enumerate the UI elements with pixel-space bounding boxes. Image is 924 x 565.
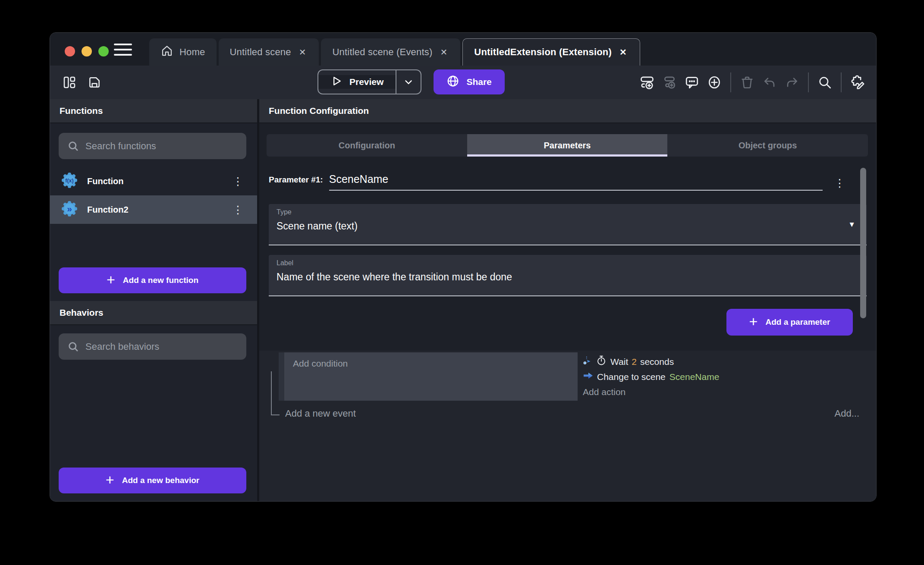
wait-value: 2 bbox=[632, 357, 637, 367]
add-action-button[interactable]: Add action bbox=[583, 384, 719, 399]
behaviors-header: Behaviors bbox=[50, 301, 257, 325]
function-gear-icon: f(x) bbox=[60, 171, 79, 191]
add-function-label: Add a new function bbox=[123, 276, 198, 285]
event-drag-handle[interactable] bbox=[279, 352, 284, 401]
tab-home[interactable]: Home bbox=[149, 38, 217, 66]
search-functions-input[interactable] bbox=[85, 141, 246, 152]
titlebar: Home Untitled scene ✕ Untitled scene (Ev… bbox=[50, 33, 876, 66]
add-parameter-label: Add a parameter bbox=[765, 317, 830, 327]
search-icon bbox=[67, 140, 79, 152]
content-area: Functions bbox=[50, 99, 876, 502]
context-menu-icon[interactable]: ⋮ bbox=[229, 174, 247, 188]
maximize-window-button[interactable] bbox=[98, 46, 109, 56]
label-value: Name of the scene where the transition m… bbox=[277, 271, 859, 283]
function-configuration-header: Function Configuration bbox=[259, 99, 876, 123]
add-action-label: Add action bbox=[583, 387, 625, 397]
toolbar: Preview Share bbox=[50, 66, 876, 99]
plus-icon: + bbox=[106, 471, 114, 488]
undo-icon[interactable] bbox=[760, 72, 779, 92]
context-menu-icon[interactable]: ⋮ bbox=[229, 203, 247, 217]
add-function-button[interactable]: + Add a new function bbox=[59, 267, 246, 293]
configuration-tabs: Configuration Parameters Object groups bbox=[267, 134, 868, 157]
action-change-scene[interactable]: Change to scene SceneName bbox=[583, 369, 719, 384]
minimize-window-button[interactable] bbox=[82, 46, 92, 56]
toolbar-separator bbox=[808, 72, 809, 92]
tab-parameters[interactable]: Parameters bbox=[467, 134, 668, 157]
tab-bar: Home Untitled scene ✕ Untitled scene (Ev… bbox=[149, 38, 642, 66]
add-circle-icon[interactable] bbox=[704, 72, 724, 92]
type-label: Type bbox=[277, 208, 859, 216]
search-behaviors-input[interactable] bbox=[85, 341, 246, 352]
tab-untitled-scene[interactable]: Untitled scene ✕ bbox=[219, 38, 319, 66]
toolbar-left bbox=[60, 72, 104, 92]
open-project-manager-icon[interactable] bbox=[60, 72, 79, 92]
save-icon[interactable] bbox=[85, 72, 104, 92]
conditions-column[interactable]: Add condition bbox=[284, 352, 578, 401]
toolbar-separator bbox=[841, 72, 842, 92]
search-functions-box bbox=[59, 133, 246, 159]
add-comment-icon[interactable] bbox=[682, 72, 702, 92]
behaviors-title: Behaviors bbox=[60, 308, 104, 318]
share-button[interactable]: Share bbox=[434, 69, 504, 94]
close-icon[interactable]: ✕ bbox=[297, 46, 308, 58]
function2-list-item[interactable]: » Function2 ⋮ bbox=[50, 195, 257, 224]
parameter-name-value: SceneName bbox=[329, 173, 389, 185]
parameter-number-label: Parameter #1: bbox=[269, 175, 323, 191]
function-configuration-title: Function Configuration bbox=[269, 106, 369, 116]
action-wait[interactable]: Wait 2 seconds bbox=[583, 354, 719, 369]
parameter-name-field[interactable]: SceneName bbox=[329, 173, 823, 191]
tab-configuration[interactable]: Configuration bbox=[267, 134, 467, 157]
window-controls bbox=[65, 46, 109, 56]
tab-untitled-extension[interactable]: UntitledExtension (Extension) ✕ bbox=[462, 38, 640, 66]
preview-button[interactable]: Preview bbox=[317, 69, 421, 94]
tab-label: Object groups bbox=[739, 141, 797, 151]
sidebar: Functions bbox=[50, 99, 257, 502]
preview-label: Preview bbox=[349, 77, 383, 87]
close-icon[interactable]: ✕ bbox=[439, 46, 449, 58]
search-behaviors-box bbox=[59, 333, 246, 360]
tab-label: Untitled scene bbox=[230, 47, 291, 58]
tab-label: Parameters bbox=[544, 141, 591, 151]
share-label: Share bbox=[466, 77, 491, 87]
add-subevent-icon[interactable] bbox=[660, 72, 679, 92]
add-new-event-button[interactable]: Add a new event bbox=[285, 408, 356, 419]
functions-header: Functions bbox=[50, 99, 257, 123]
add-behavior-button[interactable]: + Add a new behavior bbox=[59, 468, 246, 493]
main-panel: Function Configuration Configuration Par… bbox=[259, 99, 876, 502]
play-icon bbox=[330, 75, 343, 89]
preview-options-button[interactable] bbox=[396, 76, 421, 88]
preview-main[interactable]: Preview bbox=[318, 75, 396, 89]
tab-label: UntitledExtension (Extension) bbox=[474, 47, 612, 58]
close-icon[interactable]: ✕ bbox=[618, 46, 629, 58]
main-menu-icon[interactable] bbox=[114, 44, 132, 56]
search-icon[interactable] bbox=[815, 72, 835, 92]
scrollbar-thumb[interactable] bbox=[860, 168, 866, 318]
add-condition-button[interactable]: Add condition bbox=[293, 358, 348, 368]
add-parameter-button[interactable]: + Add a parameter bbox=[726, 309, 853, 336]
label-label: Label bbox=[277, 259, 859, 267]
redo-icon[interactable] bbox=[782, 72, 802, 92]
function-label: Function bbox=[87, 176, 229, 186]
edit-extension-icon[interactable] bbox=[848, 72, 867, 92]
tab-label: Configuration bbox=[339, 141, 395, 151]
tab-object-groups[interactable]: Object groups bbox=[667, 134, 868, 157]
add-event-icon[interactable] bbox=[637, 72, 657, 92]
parameter-menu-icon[interactable]: ⋮ bbox=[831, 176, 849, 190]
functions-title: Functions bbox=[60, 106, 103, 116]
tab-untitled-scene-events[interactable]: Untitled scene (Events) ✕ bbox=[321, 38, 460, 66]
change-scene-text: Change to scene bbox=[597, 372, 666, 382]
toolbar-right bbox=[637, 72, 867, 92]
add-more-button[interactable]: Add... bbox=[835, 408, 859, 419]
parameter-label-field[interactable]: Label Name of the scene where the transi… bbox=[269, 255, 867, 296]
svg-text:f(x): f(x) bbox=[65, 178, 74, 184]
delete-icon[interactable] bbox=[737, 72, 757, 92]
search-icon bbox=[67, 341, 79, 353]
parameter-type-field[interactable]: Type Scene name (text) ▼ bbox=[269, 204, 867, 245]
stopwatch-icon bbox=[596, 355, 610, 368]
dropdown-arrow-icon[interactable]: ▼ bbox=[848, 220, 855, 229]
close-window-button[interactable] bbox=[65, 46, 75, 56]
toolbar-separator bbox=[730, 72, 731, 92]
function-list-item[interactable]: f(x) Function ⋮ bbox=[50, 167, 257, 195]
change-scene-icon bbox=[583, 370, 597, 383]
parameter-row: Parameter #1: SceneName bbox=[269, 173, 823, 191]
